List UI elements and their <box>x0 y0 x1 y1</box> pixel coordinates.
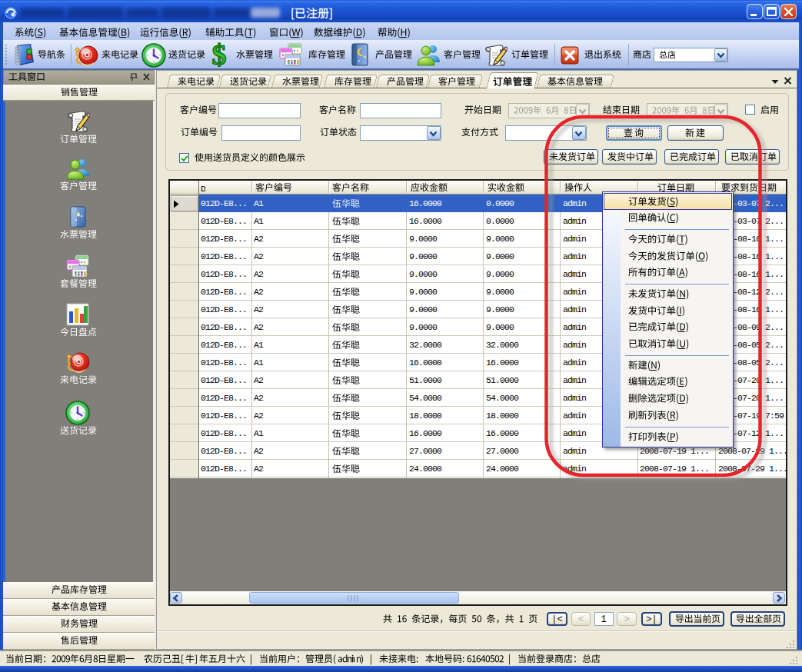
svg-text:$: $ <box>212 42 227 67</box>
